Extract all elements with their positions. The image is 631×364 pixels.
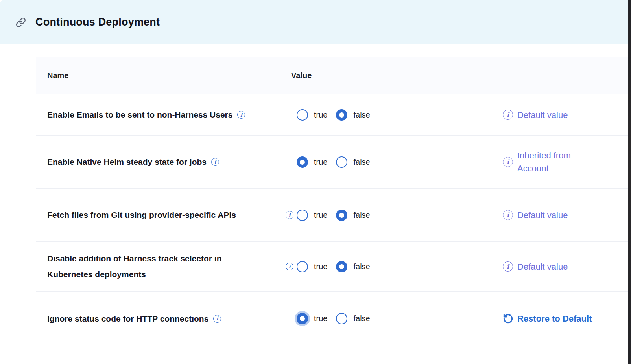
- setting-status: i Default value: [503, 189, 621, 241]
- restore-icon: [503, 313, 513, 324]
- setting-value-cell: true false: [286, 136, 379, 188]
- table-row: Enable Emails to be sent to non-Harness …: [36, 94, 628, 136]
- setting-status: i Inherited from Account: [503, 136, 621, 188]
- setting-name-cell: Enable Emails to be sent to non-Harness …: [36, 107, 284, 123]
- setting-value-cell: i true false: [286, 242, 379, 291]
- settings-page: Continuous Deployment Name Value Enable …: [0, 0, 631, 364]
- radio-true-label: true: [314, 314, 327, 323]
- setting-label: Fetch files from Git using provider-spec…: [47, 207, 236, 223]
- column-header-name: Name: [36, 71, 68, 80]
- radio-false[interactable]: false: [336, 210, 370, 221]
- setting-status: i Default value: [503, 242, 621, 291]
- radio-true[interactable]: true: [297, 313, 327, 324]
- settings-table: Name Value Enable Emails to be sent to n…: [36, 57, 628, 346]
- radio-false[interactable]: false: [336, 109, 370, 121]
- radio-false-control[interactable]: [336, 261, 347, 272]
- radio-true[interactable]: true: [297, 210, 327, 221]
- radio-false-label: false: [353, 211, 370, 220]
- info-icon[interactable]: i: [503, 210, 513, 220]
- radio-false-control[interactable]: [336, 313, 347, 324]
- radio-true-control[interactable]: [297, 109, 308, 121]
- radio-true-label: true: [314, 211, 327, 220]
- radio-false-label: false: [353, 158, 370, 167]
- setting-label: Disable addition of Harness track select…: [47, 251, 268, 282]
- radio-false-control[interactable]: [336, 156, 347, 168]
- section-title: Continuous Deployment: [35, 16, 160, 28]
- radio-false-label: false: [353, 262, 370, 271]
- radio-true-control[interactable]: [297, 210, 308, 221]
- status-inherited-from-account: Inherited from Account: [517, 149, 602, 175]
- setting-name-cell: Ignore status code for HTTP connections …: [36, 311, 284, 327]
- radio-false[interactable]: false: [336, 313, 370, 324]
- table-row: Fetch files from Git using provider-spec…: [36, 189, 628, 242]
- info-icon[interactable]: i: [286, 263, 293, 270]
- radio-true-control[interactable]: [297, 156, 308, 168]
- status-default-value: Default value: [517, 209, 568, 222]
- radio-false-label: false: [353, 314, 370, 323]
- table-header-row: Name Value: [36, 57, 628, 94]
- window-edge: [628, 0, 631, 364]
- radio-false-control[interactable]: [336, 210, 347, 221]
- setting-status: i Default value: [503, 94, 621, 135]
- setting-label: Enable Emails to be sent to non-Harness …: [47, 107, 232, 123]
- table-row: Ignore status code for HTTP connections …: [36, 292, 628, 346]
- radio-true[interactable]: true: [297, 261, 327, 272]
- info-icon[interactable]: i: [213, 315, 221, 323]
- radio-true-label: true: [314, 110, 327, 119]
- status-default-value: Default value: [517, 108, 568, 121]
- info-icon[interactable]: i: [503, 110, 513, 120]
- column-header-value: Value: [291, 71, 312, 80]
- info-icon[interactable]: i: [503, 157, 513, 167]
- setting-status: Restore to Default: [503, 292, 621, 346]
- setting-value-cell: true false: [286, 94, 379, 135]
- radio-true[interactable]: true: [297, 109, 327, 121]
- restore-label: Restore to Default: [517, 314, 592, 324]
- info-icon[interactable]: i: [211, 158, 219, 166]
- setting-label: Ignore status code for HTTP connections: [47, 311, 208, 327]
- radio-false-control[interactable]: [336, 109, 347, 121]
- restore-to-default-button[interactable]: Restore to Default: [503, 313, 592, 324]
- section-header: Continuous Deployment: [0, 0, 628, 44]
- radio-true-label: true: [314, 262, 327, 271]
- info-icon[interactable]: i: [237, 111, 245, 119]
- table-row: Enable Native Helm steady state for jobs…: [36, 136, 628, 189]
- radio-true[interactable]: true: [297, 156, 327, 168]
- radio-true-control[interactable]: [297, 313, 308, 324]
- radio-false[interactable]: false: [336, 156, 370, 168]
- value-info-slot: i: [286, 211, 297, 219]
- radio-true-label: true: [314, 158, 327, 167]
- setting-name-cell: Enable Native Helm steady state for jobs…: [36, 154, 284, 170]
- setting-value-cell: i true false: [286, 189, 379, 241]
- info-icon[interactable]: i: [286, 211, 293, 219]
- radio-false-label: false: [353, 110, 370, 119]
- info-icon[interactable]: i: [503, 261, 513, 272]
- setting-value-cell: true false: [286, 292, 379, 346]
- setting-name-cell: Fetch files from Git using provider-spec…: [36, 207, 268, 223]
- setting-name-cell: Disable addition of Harness track select…: [36, 251, 268, 282]
- setting-label: Enable Native Helm steady state for jobs: [47, 154, 207, 170]
- radio-true-control[interactable]: [297, 261, 308, 272]
- table-row: Disable addition of Harness track select…: [36, 242, 628, 292]
- status-default-value: Default value: [517, 260, 568, 273]
- value-info-slot: i: [286, 263, 297, 270]
- link-icon[interactable]: [16, 17, 26, 28]
- radio-false[interactable]: false: [336, 261, 370, 272]
